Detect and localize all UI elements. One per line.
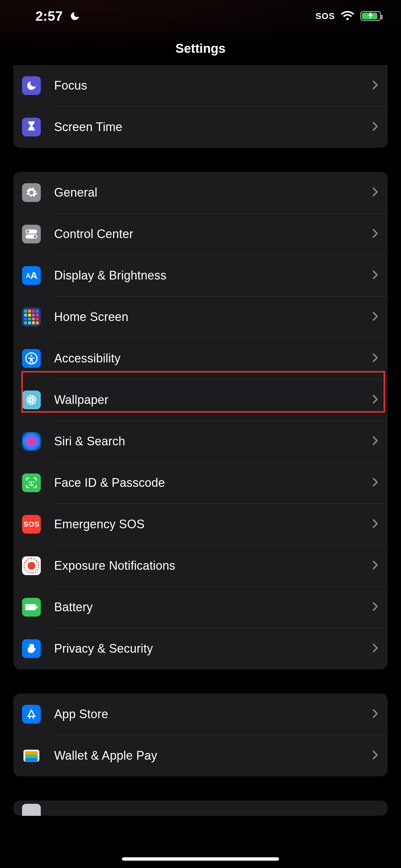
row-label: Siri & Search <box>54 434 372 448</box>
text-size-icon: AA <box>22 266 41 285</box>
toggles-icon <box>22 225 41 243</box>
settings-group: General Control Center AA Display & Brig… <box>13 172 388 670</box>
settings-screen: { "statusbar": { "time": "2:57", "sos": … <box>0 0 401 868</box>
settings-row-app-store[interactable]: App Store <box>13 693 388 735</box>
row-label: Wallpaper <box>54 393 372 407</box>
settings-row-control-center[interactable]: Control Center <box>13 213 388 255</box>
row-label: Display & Brightness <box>54 269 372 282</box>
chevron-right-icon <box>372 519 378 530</box>
chevron-right-icon <box>372 394 378 406</box>
battery-charging-icon <box>360 11 381 21</box>
row-label: Face ID & Passcode <box>54 476 372 490</box>
chevron-right-icon <box>372 228 378 240</box>
moon-icon <box>22 76 41 95</box>
gear-icon <box>22 183 41 202</box>
settings-row-peek[interactable] <box>13 801 388 816</box>
unknown-icon <box>22 804 41 816</box>
row-label: Emergency SOS <box>54 517 372 531</box>
chevron-right-icon <box>372 353 378 364</box>
wifi-icon <box>341 10 354 22</box>
svg-point-1 <box>26 230 29 233</box>
chevron-right-icon <box>372 750 378 761</box>
chevron-right-icon <box>372 187 378 198</box>
svg-point-5 <box>30 355 32 357</box>
faceid-icon <box>22 473 41 492</box>
svg-rect-15 <box>25 604 36 611</box>
row-label: Home Screen <box>54 310 372 324</box>
home-screen-icon <box>22 308 41 326</box>
row-label: App Store <box>54 707 372 721</box>
settings-row-home-screen[interactable]: Home Screen <box>13 296 388 338</box>
flower-icon <box>22 391 41 409</box>
settings-row-display-brightness[interactable]: AA Display & Brightness <box>13 255 388 296</box>
settings-row-siri-search[interactable]: Siri & Search <box>13 421 388 462</box>
chevron-right-icon <box>372 601 378 613</box>
chevron-right-icon <box>372 80 378 91</box>
row-label: Wallet & Apple Pay <box>54 749 372 763</box>
chevron-right-icon <box>372 643 378 654</box>
settings-group: App Store Wallet & Apple Pay <box>13 693 388 776</box>
sos-icon: SOS <box>22 515 41 534</box>
settings-row-privacy-security[interactable]: Privacy & Security <box>13 628 388 670</box>
cellular-sos-indicator: SOS <box>315 11 335 22</box>
chevron-right-icon <box>372 270 378 281</box>
settings-row-general[interactable]: General <box>13 172 388 213</box>
chevron-right-icon <box>372 436 378 447</box>
row-label: Screen Time <box>54 120 372 134</box>
settings-group <box>13 801 388 816</box>
svg-rect-16 <box>36 606 38 609</box>
row-label: Privacy & Security <box>54 642 372 656</box>
clock: 2:57 <box>35 9 63 24</box>
home-indicator[interactable] <box>122 857 279 861</box>
page-title: Settings <box>0 32 401 65</box>
chevron-right-icon <box>372 477 378 489</box>
settings-row-exposure-notifications[interactable]: Exposure Notifications <box>13 545 388 586</box>
chevron-right-icon <box>372 709 378 720</box>
row-label: Battery <box>54 600 372 614</box>
row-label: General <box>54 186 372 199</box>
chevron-right-icon <box>372 311 378 323</box>
chevron-right-icon <box>372 121 378 133</box>
row-label: Control Center <box>54 227 372 241</box>
exposure-icon <box>22 556 41 575</box>
svg-point-3 <box>34 235 36 238</box>
status-bar-right: SOS <box>315 10 381 22</box>
settings-row-accessibility[interactable]: Accessibility <box>13 338 388 379</box>
wallet-icon <box>22 746 41 765</box>
status-bar: 2:57 SOS <box>0 0 401 32</box>
settings-list[interactable]: Focus Screen Time General <box>0 65 401 816</box>
accessibility-icon <box>22 349 41 368</box>
row-label: Accessibility <box>54 351 372 366</box>
app-store-icon <box>22 705 41 723</box>
do-not-disturb-icon <box>69 11 80 22</box>
settings-row-screen-time[interactable]: Screen Time <box>13 106 388 148</box>
hourglass-icon <box>22 118 41 136</box>
status-bar-left: 2:57 <box>35 9 80 24</box>
row-label: Focus <box>54 79 372 93</box>
settings-row-wallpaper[interactable]: Wallpaper <box>13 379 388 421</box>
settings-row-emergency-sos[interactable]: SOS Emergency SOS <box>13 503 388 545</box>
battery-icon <box>22 598 41 617</box>
row-label: Exposure Notifications <box>54 559 372 573</box>
settings-row-wallet-applepay[interactable]: Wallet & Apple Pay <box>13 735 388 776</box>
chevron-right-icon <box>372 560 378 571</box>
settings-row-focus[interactable]: Focus <box>13 65 388 106</box>
settings-group: Focus Screen Time <box>13 65 388 148</box>
settings-row-faceid-passcode[interactable]: Face ID & Passcode <box>13 462 388 503</box>
siri-icon <box>22 432 41 451</box>
hand-icon <box>22 639 41 658</box>
settings-row-battery[interactable]: Battery <box>13 586 388 628</box>
